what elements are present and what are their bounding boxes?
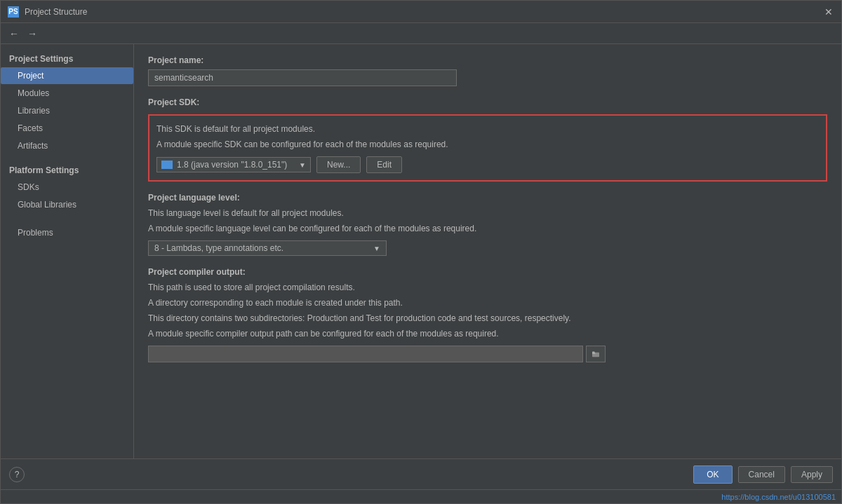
- main-panel: Project name: Project SDK: This SDK is d…: [134, 44, 841, 458]
- title-bar: PS Project Structure ✕: [1, 1, 841, 23]
- ok-button[interactable]: OK: [693, 465, 732, 484]
- sidebar-item-sdks[interactable]: SDKs: [1, 179, 133, 196]
- sdk-selected-value: 1.8 (java version "1.8.0_151"): [177, 160, 287, 170]
- apply-button[interactable]: Apply: [791, 466, 833, 483]
- compiler-output-row: [148, 346, 827, 362]
- project-name-label: Project name:: [148, 55, 827, 65]
- window-icon: PS: [8, 6, 19, 18]
- status-url: https://blog.csdn.net/u013100581: [721, 493, 836, 501]
- folder-icon: [592, 350, 599, 358]
- sidebar-item-global-libraries[interactable]: Global Libraries: [1, 196, 133, 213]
- sdk-icon: [161, 161, 173, 169]
- back-button[interactable]: ←: [6, 27, 22, 41]
- project-structure-dialog: PS Project Structure ✕ ← → Project Setti…: [0, 0, 842, 504]
- language-dropdown[interactable]: 8 - Lambdas, type annotations etc. ▼: [148, 240, 387, 256]
- folder-browse-button[interactable]: [586, 346, 606, 362]
- bottom-left: ?: [9, 467, 25, 482]
- sidebar-item-libraries[interactable]: Libraries: [1, 102, 133, 119]
- project-sdk-label: Project SDK:: [148, 97, 827, 107]
- project-sdk-section: Project SDK: This SDK is default for all…: [148, 97, 827, 182]
- compiler-output-info4: A module specific compiler output path c…: [148, 327, 827, 340]
- sidebar: Project Settings Project Modules Librari…: [1, 44, 134, 458]
- help-button[interactable]: ?: [9, 467, 25, 482]
- sdk-dropdown-arrow-icon: ▼: [299, 161, 306, 169]
- language-selected-value: 8 - Lambdas, type annotations etc.: [154, 243, 283, 253]
- sdk-info-line2: A module specific SDK can be configured …: [156, 138, 819, 151]
- project-settings-section-title: Project Settings: [1, 50, 133, 67]
- sdk-dropdown[interactable]: 1.8 (java version "1.8.0_151") ▼: [156, 157, 311, 172]
- title-bar-left: PS Project Structure: [8, 6, 87, 18]
- compiler-output-info3: This directory contains two subdirectori…: [148, 312, 827, 325]
- sdk-row: 1.8 (java version "1.8.0_151") ▼ New... …: [156, 156, 819, 173]
- bottom-bar: ? OK Cancel Apply: [1, 458, 841, 489]
- cancel-button[interactable]: Cancel: [738, 466, 785, 483]
- sidebar-item-project[interactable]: Project: [1, 67, 133, 84]
- sdk-edit-button[interactable]: Edit: [366, 156, 402, 173]
- sdk-new-button[interactable]: New...: [316, 156, 361, 173]
- status-bar: https://blog.csdn.net/u013100581: [1, 489, 841, 503]
- sdk-info-line1: This SDK is default for all project modu…: [156, 123, 819, 135]
- toolbar: ← →: [1, 23, 841, 44]
- sidebar-item-modules[interactable]: Modules: [1, 85, 133, 102]
- language-level-label: Project language level:: [148, 193, 827, 203]
- compiler-output-info1: This path is used to store all project c…: [148, 281, 827, 294]
- svg-rect-2: [592, 351, 595, 353]
- sidebar-item-artifacts[interactable]: Artifacts: [1, 137, 133, 154]
- compiler-output-section: Project compiler output: This path is us…: [148, 267, 827, 362]
- close-button[interactable]: ✕: [823, 6, 834, 18]
- compiler-output-label: Project compiler output:: [148, 267, 827, 277]
- sidebar-item-facets[interactable]: Facets: [1, 120, 133, 137]
- other-section: Problems: [1, 224, 133, 241]
- compiler-output-input[interactable]: [148, 346, 583, 362]
- language-level-section: Project language level: This language le…: [148, 193, 827, 256]
- bottom-right: OK Cancel Apply: [693, 465, 833, 484]
- project-name-input[interactable]: [148, 69, 457, 86]
- forward-button[interactable]: →: [25, 27, 40, 41]
- content-area: Project Settings Project Modules Librari…: [1, 44, 841, 458]
- sdk-highlighted-box: This SDK is default for all project modu…: [148, 114, 827, 182]
- window-title: Project Structure: [25, 7, 87, 17]
- sidebar-item-problems[interactable]: Problems: [1, 224, 133, 241]
- language-info-line1: This language level is default for all p…: [148, 207, 827, 219]
- language-info-line2: A module specific language level can be …: [148, 222, 827, 235]
- compiler-output-info2: A directory corresponding to each module…: [148, 297, 827, 309]
- language-dropdown-arrow-icon: ▼: [373, 245, 380, 252]
- platform-settings-section-title: Platform Settings: [1, 161, 133, 178]
